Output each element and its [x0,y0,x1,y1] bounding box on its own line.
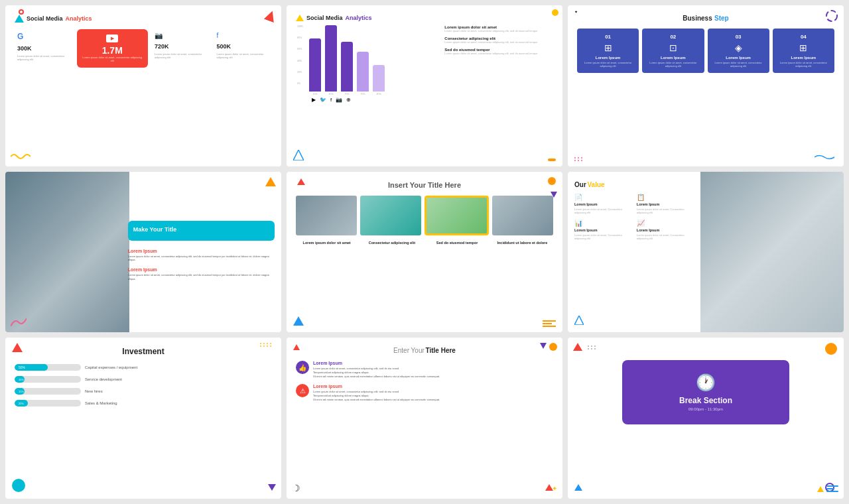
caption-4: Incididunt ut labore et dolore [491,241,553,245]
step3-num: 03 [711,34,766,40]
text-item-3: Sed do eiusmod tempor Lorem ipsum dolor … [444,48,553,55]
y-axis: 100% 80% 60% 40% 20% 0% [297,25,303,85]
y-label: 100% [297,25,303,28]
value-desc-1: Lorem ipsum dolor sit amet, Consectetur … [574,208,631,214]
instagram-row: 📷 [155,32,208,39]
slide-our-value: Our Value 📄 Lorem Ipsum Lorem ipsum dolo… [568,172,844,333]
facebook-row: f [216,32,269,39]
cap-title-3: Sed do eiusmod tempor [426,241,488,245]
step2-title: Lorem Ipsum [645,56,700,60]
break-title: Break Section [679,396,732,405]
section-1: Lorem Ipsum Lorem ipsum dolor sit amet, … [128,246,275,265]
cap-title-4: Incididunt ut labore et dolore [491,241,553,245]
value-title-4: Lorem Ipsum [637,228,694,232]
bar-label-2: Service development [85,377,122,381]
right-content: Make Your Title Lorem Ipsum Lorem ipsum … [121,172,281,333]
step-3: 03 ◈ Lorem Ipsum Lorem ipsum dolor sit a… [708,29,769,73]
step2-desc: Lorem ipsum dolor sit amet, consectetur … [645,61,700,68]
y-label: 0% [297,82,303,85]
bar-5 [373,65,385,92]
card-facebook: f 500K Lorem ipsum dolor sit amet, conse… [214,29,272,68]
bar-pct-1: 50% [17,365,25,369]
captions-row: Lorem ipsum dolor sit amet Consectetur a… [296,241,553,245]
value-desc-4: Lorem ipsum dolor sit amet, Consectetur … [637,233,694,240]
clock-icon: 🕐 [696,373,716,392]
deco-bottom-right [548,158,556,161]
slide-insert-title: Insert Your Title Here Lorem ipsum dolor… [287,172,562,333]
deco-circle-yellow [552,9,558,16]
google-desc: Lorem ipsum dolor sit amet, consectetur … [17,54,70,61]
slide3-title-blue: Step [714,15,729,22]
bar-label-4: Sales & Marketing [85,401,117,405]
x-label: 40% [373,93,385,95]
img-2 [360,196,421,235]
text-desc-3: Lorem ipsum dolor sit amet, consectetur … [444,52,553,55]
deco-lines [826,485,838,492]
deco-purple-triangle [540,343,547,349]
slide2-header: Social Media Analytics [296,15,553,21]
slide8-title: Enter Your Title Here [296,347,553,354]
y-label: 40% [297,60,303,62]
bar-inner-2: 15% [15,376,81,383]
google-num: 300K [17,45,70,52]
value-desc-2: Lorem ipsum dolor sit amet, Consectetur … [637,208,694,214]
section-2: Lorem Ipsum Lorem ipsum dolor sit amet, … [128,265,275,283]
slide-social-media-analytics-1: Social Media Analytics G 300K Lorem ipsu… [5,5,281,166]
section-title-1: Lorem Ipsum [128,249,275,253]
section-desc-1: Lorem ipsum dolor sit amet, consectetur … [128,255,275,262]
our-value-title: Our Value [574,181,694,188]
value-item-3: 📊 Lorem Ipsum Lorem ipsum dolor sit amet… [574,220,631,240]
section-desc-2: Lorem ipsum dolor sit amet, consectetur … [128,273,275,281]
value-item-1: 📄 Lorem Ipsum Lorem ipsum dolor sit amet… [574,194,631,214]
deco-bottom-pink [11,313,27,327]
youtube-icon [106,34,118,42]
right-img-placeholder [700,172,844,333]
bars-list: 50% Capital expenses / equipment 15% Ser… [15,364,272,407]
investment-title: Investment [15,347,272,356]
item-icon-2: ⚠ [296,384,309,397]
youtube-desc: Lorem ipsum dolor sit amet, consectetur … [81,56,144,62]
img-placeholder-3 [426,198,488,233]
slide5-title: Insert Your Title Here [296,181,553,189]
x-label: 10% [309,93,321,95]
deco-blue-triangle [293,316,304,326]
deco-yellow-star: ✦ [552,485,557,492]
deco-wave [11,153,31,161]
step1-num: 01 [580,34,635,40]
box-title: Make Your Title [133,226,269,233]
deco-blue-triangle [574,484,582,491]
value-title-1: Lorem Ipsum [574,202,631,206]
item-icon-1: 👍 [296,361,309,374]
svg-marker-2 [574,316,584,325]
caption-2: Consectetur adipiscing elit [361,241,423,245]
step1-desc: Lorem ipsum dolor sit amet, consectetur … [580,61,635,68]
bar-row-2: 15% Service development [15,376,272,383]
bar-row-4: 20% Sales & Marketing [15,400,272,407]
item-bullet-2-2: Ut enim ad minim veniam, quis nostrud ex… [313,398,440,402]
text-desc-1: Lorem ipsum dolor sit amet, consectetur … [444,29,553,32]
slide3-title-black: Business [683,15,712,22]
bar-container-1: 50% [15,364,81,371]
slide2-content: 100% 80% 60% 40% 20% 0% 10% 40% 70% 70% … [296,25,553,103]
value-icon-3: 📊 [574,220,631,227]
facebook-desc: Lorem ipsum dolor sit amet, consectetur … [216,52,269,59]
section-title-2: Lorem Ipsum [128,267,275,272]
step3-desc: Lorem ipsum dolor sit amet, consectetur … [711,61,766,68]
step-4: 04 ⊞ Lorem Ipsum Lorem ipsum dolor sit a… [773,29,834,73]
bar-fill-3: 15% [15,388,25,395]
bar-container-4: 20% [15,400,81,407]
deco-moon: ☽ [292,483,300,493]
left-image [5,172,129,333]
bar-2 [325,25,337,92]
deco-lines [543,320,556,327]
bar-label-1: Capital expenses / equipment [85,365,137,369]
item-1: 👍 Lorem Ipsum Lorem ipsum dolor sit amet… [296,361,553,379]
instagram-desc: Lorem ipsum dolor sit amet, consectetur … [155,52,208,59]
img-3 [424,196,490,235]
step4-icon: ⊞ [776,42,831,53]
fb-icon: f [330,97,332,103]
deco-pink-triangle [573,343,582,351]
bar-inner-1: 50% [15,364,81,371]
break-box: 🕐 Break Section 09:00pm - 11:30pm [622,360,789,424]
bar-1 [309,38,321,92]
